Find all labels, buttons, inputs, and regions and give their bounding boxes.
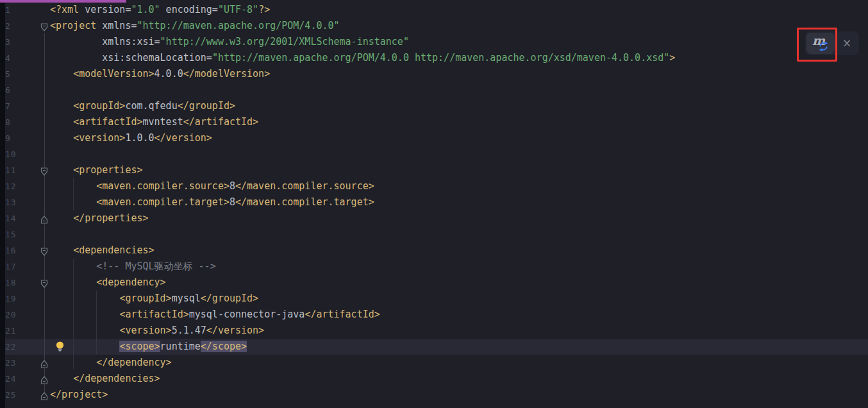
code-line-11[interactable]: 11 <properties> xyxy=(0,162,868,178)
code-line-23[interactable]: 23 </dependency> xyxy=(0,355,868,371)
code-text: <maven.compiler.source>8</maven.compiler… xyxy=(50,178,374,194)
code-text: </dependencies> xyxy=(50,371,160,387)
code-text: <?xml version="1.0" encoding="UTF-8"?> xyxy=(50,2,270,18)
code-text: <project xmlns="http://maven.apache.org/… xyxy=(50,18,340,34)
fold-end-icon[interactable] xyxy=(40,214,48,223)
fold-collapse-icon[interactable] xyxy=(40,22,48,30)
code-line-6[interactable]: 6 xyxy=(0,82,868,98)
code-line-9[interactable]: 9 <version>1.0.0</version> xyxy=(0,130,868,146)
code-text: <dependency> xyxy=(50,275,166,291)
code-text: xmlns:xsi="http://www.w3.org/2001/XMLSch… xyxy=(50,34,409,50)
code-line-17[interactable]: 17 <!-- MySQL驱动坐标 --> xyxy=(0,259,868,275)
code-text: <groupId>com.qfedu</groupId> xyxy=(50,98,235,114)
fold-collapse-icon[interactable] xyxy=(40,278,48,287)
code-text: <artifactId>mvntest</artifactId> xyxy=(50,114,258,130)
code-text: <properties> xyxy=(50,162,143,178)
code-line-15[interactable]: 15 xyxy=(0,226,868,242)
editor-window: 1<?xml version="1.0" encoding="UTF-8"?>2… xyxy=(0,0,868,408)
code-line-14[interactable]: 14 </properties> xyxy=(0,210,868,226)
maven-reload-button[interactable]: m xyxy=(806,33,835,54)
code-line-2[interactable]: 2<project xmlns="http://maven.apache.org… xyxy=(0,18,868,34)
line-number: 10 xyxy=(5,146,17,162)
code-line-20[interactable]: 20 <artifactId>mysql-connector-java</art… xyxy=(0,307,868,323)
line-number: 7 xyxy=(5,98,11,114)
line-number: 21 xyxy=(5,323,17,339)
line-number: 8 xyxy=(5,114,11,130)
fold-collapse-icon[interactable] xyxy=(40,166,48,174)
code-line-18[interactable]: 18 <dependency> xyxy=(0,275,868,291)
code-text: </properties> xyxy=(50,210,149,226)
line-number: 3 xyxy=(5,34,11,50)
line-number: 4 xyxy=(5,50,11,66)
code-text: <modelVersion>4.0.0</modelVersion> xyxy=(50,66,270,82)
line-number: 12 xyxy=(5,178,17,194)
line-number: 9 xyxy=(5,130,11,146)
code-text: </dependency> xyxy=(50,355,172,371)
line-number: 16 xyxy=(5,242,17,259)
code-text: </project> xyxy=(50,387,108,403)
line-number: 5 xyxy=(5,66,11,82)
line-number: 20 xyxy=(5,307,17,323)
code-text: <artifactId>mysql-connector-java</artifa… xyxy=(50,307,380,323)
fold-end-icon[interactable] xyxy=(40,359,48,367)
line-number: 18 xyxy=(5,275,17,291)
line-number: 17 xyxy=(5,259,17,275)
line-number: 2 xyxy=(5,18,11,34)
window-accent-bar xyxy=(0,0,126,3)
line-number: 14 xyxy=(5,210,17,226)
fold-end-icon[interactable] xyxy=(40,391,48,399)
line-number: 22 xyxy=(5,339,17,355)
code-text: <scope>runtime</scope> xyxy=(50,339,247,355)
code-line-13[interactable]: 13 <maven.compiler.target>8</maven.compi… xyxy=(0,194,868,210)
code-line-24[interactable]: 24 </dependencies> xyxy=(0,371,868,387)
line-number: 11 xyxy=(5,162,17,178)
code-line-21[interactable]: 21 <version>5.1.47</version> xyxy=(0,323,868,339)
code-text: xsi:schemaLocation="http://maven.apache.… xyxy=(50,50,675,66)
line-number: 13 xyxy=(5,194,17,210)
code-line-3[interactable]: 3 xmlns:xsi="http://www.w3.org/2001/XMLS… xyxy=(0,34,868,50)
code-text: <groupId>mysql</groupId> xyxy=(50,291,258,307)
code-text: <!-- MySQL驱动坐标 --> xyxy=(50,259,216,275)
fold-end-icon[interactable] xyxy=(40,375,48,383)
code-line-10[interactable]: 10 xyxy=(0,146,868,162)
line-number: 6 xyxy=(5,82,11,98)
code-line-5[interactable]: 5 <modelVersion>4.0.0</modelVersion> xyxy=(0,66,868,82)
line-number: 24 xyxy=(5,371,17,387)
line-number: 23 xyxy=(5,355,17,371)
sync-refresh-icon xyxy=(818,41,829,52)
code-line-1[interactable]: 1<?xml version="1.0" encoding="UTF-8"?> xyxy=(0,2,868,18)
code-line-25[interactable]: 25</project> xyxy=(0,387,868,403)
code-line-4[interactable]: 4 xsi:schemaLocation="http://maven.apach… xyxy=(0,50,868,66)
code-text: <version>1.0.0</version> xyxy=(50,130,212,146)
code-line-12[interactable]: 12 <maven.compiler.source>8</maven.compi… xyxy=(0,178,868,194)
code-line-7[interactable]: 7 <groupId>com.qfedu</groupId> xyxy=(0,98,868,114)
code-line-19[interactable]: 19 <groupId>mysql</groupId> xyxy=(0,291,868,307)
code-line-8[interactable]: 8 <artifactId>mvntest</artifactId> xyxy=(0,114,868,130)
fold-collapse-icon[interactable] xyxy=(40,246,48,255)
line-number: 15 xyxy=(5,226,17,242)
line-number: 25 xyxy=(5,387,17,403)
line-number: 1 xyxy=(5,2,11,18)
code-line-16[interactable]: 16 <dependencies> xyxy=(0,242,868,259)
line-number: 19 xyxy=(5,291,17,307)
code-text: <dependencies> xyxy=(50,242,154,259)
close-icon[interactable]: × xyxy=(836,33,858,54)
code-text: <version>5.1.47</version> xyxy=(50,323,264,339)
code-text: <maven.compiler.target>8</maven.compiler… xyxy=(50,194,374,210)
maven-reload-widget: m × xyxy=(805,31,859,55)
code-line-22[interactable]: 22 <scope>runtime</scope> xyxy=(0,339,868,355)
